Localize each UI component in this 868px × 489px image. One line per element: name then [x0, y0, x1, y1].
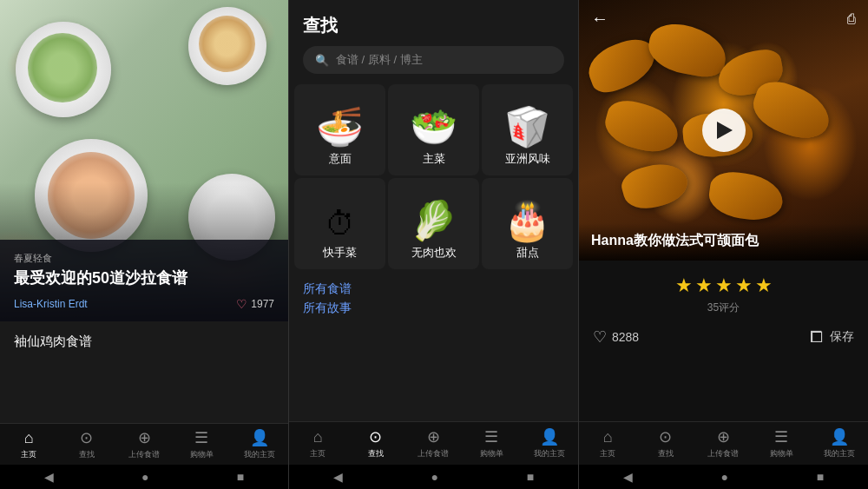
- p3-nav-list[interactable]: ☰ 购物单: [753, 427, 811, 459]
- pasta-emoji: 🍜: [316, 108, 364, 146]
- p2-home-sys-btn[interactable]: ●: [431, 470, 438, 484]
- heart-icon: ♡: [236, 297, 247, 311]
- quickcook-emoji: ⏱: [325, 208, 356, 240]
- p3-nav-search-label: 查找: [658, 448, 674, 459]
- back-sys-btn[interactable]: ◀: [44, 470, 54, 484]
- nav-item-search[interactable]: ⊙ 查找: [57, 428, 115, 460]
- p2-nav-upload-label: 上传食谱: [418, 448, 449, 459]
- p2-bottom-nav: ⌂ 主页 ⊙ 查找 ⊕ 上传食谱 ☰ 购物单 👤 我的主页: [289, 421, 578, 465]
- search-icon: 🔍: [315, 54, 329, 67]
- recent-sys-btn[interactable]: ■: [237, 470, 244, 484]
- hero-card: 春夏轻食 最受欢迎的50道沙拉食谱 Lisa-Kristin Erdt ♡ 19…: [0, 240, 288, 321]
- dessert-label: 甜点: [516, 245, 539, 261]
- p3-home-sys-btn[interactable]: ●: [721, 470, 728, 484]
- panel-search: 查找 🔍 食谱 / 原料 / 博主 🍜 意面 🥗 主菜 🥡 亚洲风味 ⏱ 快手菜…: [289, 0, 579, 489]
- system-bar-3: ◀ ● ■: [579, 465, 868, 489]
- dessert-emoji: 🎂: [503, 202, 551, 240]
- back-button[interactable]: ←: [591, 9, 608, 29]
- search-header: 查找 🔍 食谱 / 原料 / 博主: [289, 0, 578, 81]
- search-bar[interactable]: 🔍 食谱 / 原料 / 博主: [303, 46, 564, 74]
- likes-count: 8288: [612, 330, 639, 344]
- panel-home: 春夏轻食 最受欢迎的50道沙拉食谱 Lisa-Kristin Erdt ♡ 19…: [0, 0, 289, 489]
- star-5: ★: [755, 274, 773, 297]
- search-title: 查找: [303, 14, 564, 37]
- p3-nav-list-label: 购物单: [770, 448, 793, 459]
- p3-back-sys-btn[interactable]: ◀: [623, 470, 633, 484]
- p3-nav-profile-label: 我的主页: [824, 448, 855, 459]
- recipe-video-thumbnail: Hanna教你做法式可颉面包: [579, 0, 868, 261]
- profile-icon: 👤: [250, 428, 269, 447]
- p2-search-icon: ⊙: [369, 427, 382, 446]
- p3-profile-icon: 👤: [830, 427, 849, 446]
- p3-bottom-nav: ⌂ 主页 ⊙ 查找 ⊕ 上传食谱 ☰ 购物单 👤 我的主页: [579, 421, 868, 465]
- star-2: ★: [695, 274, 713, 297]
- p2-nav-profile[interactable]: 👤 我的主页: [520, 427, 578, 459]
- p3-home-icon: ⌂: [603, 428, 613, 446]
- save-button[interactable]: ⧠ 保存: [809, 328, 854, 347]
- hero-likes: ♡ 1977: [236, 297, 274, 311]
- system-bar-2: ◀ ● ■: [289, 465, 578, 489]
- hero-image: 春夏轻食 最受欢迎的50道沙拉食谱 Lisa-Kristin Erdt ♡ 19…: [0, 0, 288, 321]
- p2-nav-list[interactable]: ☰ 购物单: [463, 427, 521, 459]
- system-bar-1: ◀ ● ■: [0, 465, 288, 489]
- cat-quickcook[interactable]: ⏱ 快手菜: [294, 178, 385, 269]
- p3-recent-sys-btn[interactable]: ■: [817, 470, 824, 484]
- nav-label-search: 查找: [79, 449, 95, 460]
- home-sys-btn[interactable]: ●: [141, 470, 148, 484]
- maincourse-emoji: 🥗: [410, 108, 457, 146]
- star-4: ★: [735, 274, 753, 297]
- categories-grid: 🍜 意面 🥗 主菜 🥡 亚洲风味 ⏱ 快手菜 🥬 无肉也欢 🎂 甜点: [289, 81, 578, 273]
- p3-nav-profile[interactable]: 👤 我的主页: [810, 427, 868, 459]
- nav-label-upload: 上传食谱: [128, 449, 160, 460]
- bottom-nav: ⌂ 主页 ⊙ 查找 ⊕ 上传食谱 ☰ 购物单 👤 我的主页: [0, 423, 288, 465]
- p2-nav-profile-label: 我的主页: [534, 448, 565, 459]
- p2-nav-list-label: 购物单: [480, 448, 503, 459]
- nav-item-home[interactable]: ⌂ 主页: [0, 429, 57, 460]
- p3-nav-upload[interactable]: ⊕ 上传食谱: [694, 427, 753, 459]
- nav-item-list[interactable]: ☰ 购物单: [173, 428, 230, 460]
- like-button[interactable]: ♡ 8288: [593, 327, 639, 347]
- bookmark-icon: ⧠: [809, 328, 825, 347]
- pasta-label: 意面: [329, 151, 352, 167]
- p2-back-sys-btn[interactable]: ◀: [333, 470, 343, 484]
- all-stories-link[interactable]: 所有故事: [303, 301, 564, 316]
- nav-label-profile: 我的主页: [244, 449, 275, 460]
- maincourse-label: 主菜: [423, 151, 445, 167]
- cat-maincourse[interactable]: 🥗 主菜: [388, 84, 479, 175]
- panel-recipe-detail: ← ⎙ Hanna教你做法式可颉面包 ★ ★ ★ ★ ★ 35评分 ♡ 8288: [579, 0, 868, 489]
- rating-stars: ★ ★ ★ ★ ★: [593, 274, 854, 297]
- sub-recipe-section: 袖仙鸡肉食谱: [0, 321, 288, 357]
- p2-nav-search[interactable]: ⊙ 查找: [347, 427, 405, 459]
- share-button[interactable]: ⎙: [847, 11, 856, 27]
- p3-search-icon: ⊙: [659, 427, 672, 446]
- detail-header: ← ⎙: [579, 0, 868, 37]
- nav-item-upload[interactable]: ⊕ 上传食谱: [115, 428, 173, 460]
- p3-nav-home[interactable]: ⌂ 主页: [579, 428, 637, 459]
- p2-nav-home[interactable]: ⌂ 主页: [289, 428, 347, 459]
- action-row: ♡ 8288 ⧠ 保存: [593, 327, 854, 347]
- star-1: ★: [675, 274, 693, 297]
- cat-dessert[interactable]: 🎂 甜点: [482, 178, 573, 269]
- p2-recent-sys-btn[interactable]: ■: [527, 470, 534, 484]
- p3-nav-upload-label: 上传食谱: [707, 448, 739, 459]
- nav-item-profile[interactable]: 👤 我的主页: [231, 428, 288, 460]
- search-nav-icon: ⊙: [80, 428, 93, 447]
- cat-veggie[interactable]: 🥬 无肉也欢: [388, 178, 479, 269]
- save-label: 保存: [830, 329, 854, 345]
- recipe-video-title: Hanna教你做法式可颉面包: [579, 223, 868, 261]
- cat-asian[interactable]: 🥡 亚洲风味: [482, 84, 573, 175]
- star-3: ★: [715, 274, 733, 297]
- hero-title: 最受欢迎的50道沙拉食谱: [14, 268, 274, 288]
- play-button[interactable]: [702, 109, 746, 152]
- p2-nav-search-label: 查找: [368, 448, 384, 459]
- all-recipes-link[interactable]: 所有食谱: [303, 281, 564, 297]
- p2-nav-upload[interactable]: ⊕ 上传食谱: [404, 427, 463, 459]
- section-links: 所有食谱 所有故事: [289, 273, 578, 323]
- nav-label-home: 主页: [21, 449, 36, 460]
- asian-emoji: 🥡: [503, 108, 551, 146]
- rating-count: 35评分: [593, 301, 854, 315]
- veggie-emoji: 🥬: [410, 202, 457, 240]
- p3-nav-search[interactable]: ⊙ 查找: [637, 427, 695, 459]
- search-placeholder-text: 食谱 / 原料 / 博主: [336, 52, 423, 68]
- cat-pasta[interactable]: 🍜 意面: [294, 84, 385, 175]
